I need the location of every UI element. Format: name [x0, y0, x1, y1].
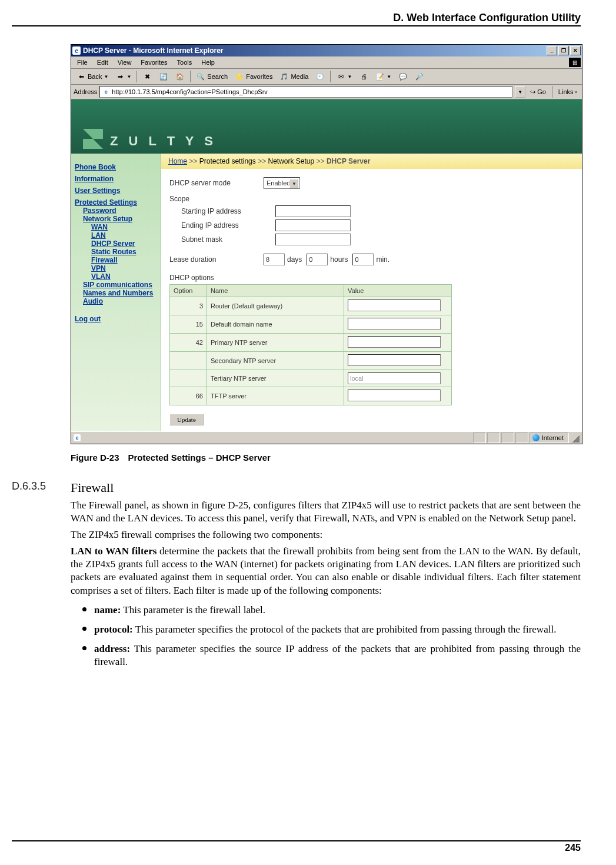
refresh-button[interactable]: 🔄	[156, 70, 171, 83]
name-cell: Primary NTP server	[207, 334, 344, 352]
maximize-button[interactable]: ❐	[558, 46, 569, 55]
table-row: 66 TFTP server	[170, 387, 452, 405]
nav-names[interactable]: Names and Numbers	[83, 289, 157, 297]
nav-firewall[interactable]: Firewall	[91, 256, 157, 264]
nav-phone-book[interactable]: Phone Book	[75, 163, 157, 171]
value-input[interactable]	[348, 354, 441, 366]
value-input[interactable]	[348, 390, 441, 401]
browser-window: e DHCP Server - Microsoft Internet Explo…	[71, 44, 582, 444]
menu-file[interactable]: File	[72, 58, 92, 67]
name-cell: Secondary NTP server	[207, 352, 344, 370]
nav-audio[interactable]: Audio	[83, 297, 157, 305]
lease-days-input[interactable]: 8	[264, 254, 285, 265]
start-ip-input[interactable]	[275, 205, 351, 217]
menu-bar: File Edit View Favorites Tools Help ⊞	[71, 56, 582, 69]
nav-vlan[interactable]: VLAN	[91, 272, 157, 281]
resize-grip[interactable]	[570, 433, 580, 443]
nav-static-routes[interactable]: Static Routes	[91, 248, 157, 256]
back-button[interactable]: ⬅Back▼	[74, 70, 111, 83]
value-input[interactable]	[348, 318, 441, 330]
status-page-icon: e	[74, 434, 81, 441]
end-ip-input[interactable]	[275, 219, 351, 231]
menu-help[interactable]: Help	[197, 58, 219, 67]
address-input[interactable]: e http://10.1.73.5/mp4config?action=PSet…	[99, 86, 512, 98]
lease-hours-unit: hours	[330, 255, 348, 264]
menu-edit[interactable]: Edit	[92, 58, 113, 67]
mode-select[interactable]: Enabled	[264, 177, 300, 189]
minimize-button[interactable]: _	[547, 46, 557, 55]
nav-protected-settings[interactable]: Protected Settings	[75, 198, 157, 207]
page-header: D. Web Interface Configuration Utility	[12, 12, 581, 26]
page-number: 245	[12, 840, 581, 853]
list-item: protocol: This parameter specifies the p…	[94, 620, 581, 636]
address-url: http://10.1.73.5/mp4config?action=PSetti…	[112, 88, 267, 95]
opt-cell: 3	[170, 297, 207, 315]
nav-wan[interactable]: WAN	[91, 223, 157, 231]
table-row: 3 Router (Default gateway)	[170, 297, 452, 315]
mask-input[interactable]	[275, 234, 351, 245]
value-input[interactable]	[348, 300, 441, 311]
refresh-icon: 🔄	[159, 72, 168, 81]
forward-button[interactable]: ➡▼	[112, 70, 134, 83]
menu-tools[interactable]: Tools	[172, 58, 197, 67]
discuss-button[interactable]: 💬	[395, 70, 411, 83]
close-button[interactable]: ✕	[570, 46, 581, 55]
status-zone: Internet	[530, 432, 569, 443]
mail-icon: ✉	[336, 72, 345, 81]
address-dropdown[interactable]: ▼	[515, 86, 525, 98]
edit-icon: 📝	[375, 72, 385, 81]
history-button[interactable]: 🕘	[312, 70, 328, 83]
para: The ZIP4x5 firewall comprises the follow…	[71, 528, 581, 541]
list-item: address: This parameter specifies the so…	[94, 640, 581, 668]
figure-caption: Figure D-23 Protected Settings – DHCP Se…	[71, 453, 582, 463]
nav-dhcp[interactable]: DHCP Server	[91, 239, 157, 248]
status-bar: e Internet	[71, 431, 582, 444]
favorites-button[interactable]: ⭐Favorites	[232, 70, 275, 83]
end-ip-label: Ending IP address	[181, 221, 275, 229]
nav-information[interactable]: Information	[75, 175, 157, 183]
table-row: 15 Default domain name	[170, 315, 452, 334]
menu-view[interactable]: View	[113, 58, 136, 67]
nav-network-setup[interactable]: Network Setup	[83, 215, 157, 223]
links-button[interactable]: Links»	[556, 88, 580, 95]
ie-icon: e	[72, 46, 81, 55]
media-button[interactable]: 🎵Media	[277, 70, 311, 83]
menu-favorites[interactable]: Favorites	[136, 58, 172, 67]
crumb-home[interactable]: Home	[168, 157, 187, 165]
th-option: Option	[170, 285, 207, 297]
edit-button[interactable]: 📝▼	[372, 70, 394, 83]
value-input[interactable]: local	[348, 372, 441, 384]
window-title: DHCP Server - Microsoft Internet Explore…	[83, 46, 224, 55]
history-icon: 🕘	[315, 72, 325, 81]
media-icon: 🎵	[279, 72, 289, 81]
windows-flag-icon: ⊞	[569, 58, 581, 67]
lease-label: Lease duration	[169, 255, 264, 264]
nav-user-settings[interactable]: User Settings	[75, 187, 157, 195]
lease-min-unit: min.	[376, 255, 389, 264]
mask-label: Subnet mask	[181, 235, 275, 244]
stop-button[interactable]: ✖	[139, 70, 155, 83]
nav-logout[interactable]: Log out	[75, 315, 157, 323]
th-value: Value	[344, 285, 452, 297]
lease-min-input[interactable]: 0	[352, 254, 374, 265]
nav-vpn[interactable]: VPN	[91, 264, 157, 272]
nav-lan[interactable]: LAN	[91, 231, 157, 239]
nav-password[interactable]: Password	[83, 207, 157, 215]
bullet-list: name: This parameter is the firewall lab…	[71, 601, 581, 668]
home-button[interactable]: 🏠	[172, 70, 188, 83]
mode-label: DHCP server mode	[169, 179, 264, 187]
dhcp-form: DHCP server mode Enabled Scope Starting …	[161, 169, 582, 431]
table-row: 42 Primary NTP server	[170, 334, 452, 352]
mail-button[interactable]: ✉▼	[333, 70, 355, 83]
search-icon: 🔍	[196, 72, 205, 81]
toolbar: ⬅Back▼ ➡▼ ✖ 🔄 🏠 🔍Search ⭐Favorites 🎵Medi…	[71, 69, 582, 85]
value-input[interactable]	[348, 336, 441, 348]
search-button[interactable]: 🔍Search	[193, 70, 231, 83]
print-button[interactable]: 🖨	[356, 70, 371, 83]
research-button[interactable]: 🔎	[412, 70, 427, 83]
status-pane	[515, 432, 528, 443]
go-button[interactable]: ↪Go	[528, 88, 548, 96]
nav-sip[interactable]: SIP communications	[83, 281, 157, 289]
update-button[interactable]: Update	[169, 414, 204, 425]
lease-hours-input[interactable]: 0	[307, 254, 328, 265]
